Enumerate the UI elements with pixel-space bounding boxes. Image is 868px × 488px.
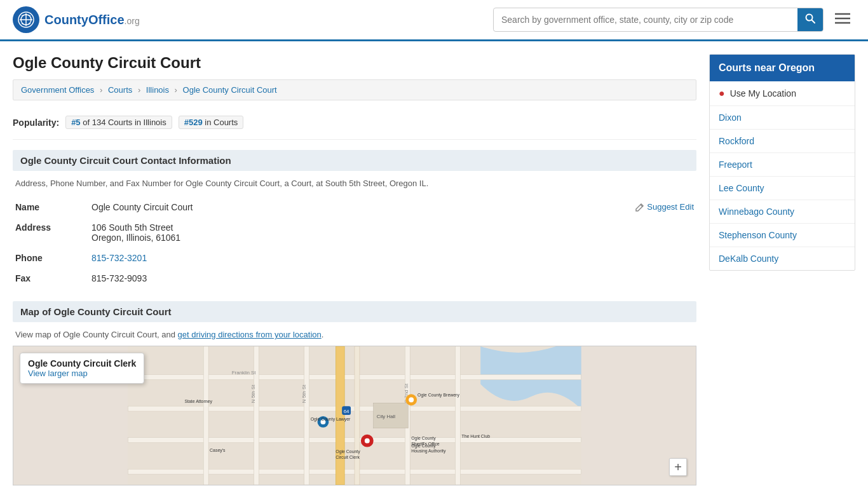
phone-label: Phone [13, 248, 89, 268]
popularity-rank1: #5 of 134 Courts in Illinois [65, 116, 172, 129]
phone-link[interactable]: 815-732-3201 [92, 253, 147, 263]
svg-rect-14 [203, 346, 208, 485]
table-row: Phone 815-732-3201 [13, 248, 696, 268]
search-bar [493, 8, 824, 32]
svg-text:Ogle County: Ogle County [411, 436, 436, 441]
suggest-edit-link[interactable]: Suggest Edit [635, 202, 694, 212]
list-item: Rockford [710, 130, 855, 153]
map-section-header: Map of Ogle County Circuit Court [13, 301, 696, 322]
page-title: Ogle County Circuit Court [13, 54, 696, 72]
svg-point-28 [365, 438, 370, 444]
contact-section-header: Ogle County Circuit Court Contact Inform… [13, 150, 696, 171]
svg-text:Sheriff's Office: Sheriff's Office [411, 442, 440, 446]
svg-text:State Attorney: State Attorney [184, 399, 212, 404]
map-container: N 5th St N 5th St S 2nd St Franklin St C… [13, 346, 696, 485]
sidebar-item-dekalb-county[interactable]: DeKalb County [710, 247, 855, 270]
search-button[interactable] [797, 8, 823, 31]
contact-info-table: Name Ogle County Circuit Court Suggest E… [13, 197, 696, 288]
table-row: Address 106 South 5th Street Oregon, Ill… [13, 217, 696, 248]
svg-line-5 [812, 20, 815, 24]
map-zoom-button[interactable]: + [669, 458, 687, 476]
hamburger-menu-button[interactable] [830, 9, 855, 30]
svg-rect-15 [254, 346, 259, 485]
map-tooltip: Ogle County Circuit Clerk View larger ma… [20, 353, 144, 384]
search-input[interactable] [494, 10, 797, 30]
sidebar-list: ● Use My Location Dixon Rockford [710, 81, 855, 270]
list-item: Stephenson County [710, 224, 855, 247]
breadcrumb-gov-offices[interactable]: Government Offices [21, 85, 94, 95]
fax-label: Fax [13, 268, 89, 288]
list-item: Freeport [710, 153, 855, 177]
map-description: View map of Ogle County Circuit Court, a… [13, 330, 696, 339]
logo-text: CountyOffice.org [44, 13, 140, 27]
list-item: Winnebago County [710, 200, 855, 224]
map-tooltip-title: Ogle County Circuit Clerk [28, 358, 136, 369]
logo-icon [13, 6, 39, 33]
popularity-label: Popularity: [13, 118, 59, 128]
breadcrumb: Government Offices › Courts › Illinois ›… [13, 79, 696, 100]
svg-point-32 [409, 397, 414, 402]
table-row: Fax 815-732-9093 [13, 268, 696, 288]
list-item: ● Use My Location [710, 81, 855, 106]
sidebar-title: Courts near Oregon [710, 55, 855, 81]
fax-value: 815-732-9093 [89, 268, 696, 288]
svg-rect-16 [304, 346, 309, 485]
svg-text:64: 64 [344, 409, 349, 414]
list-item: Lee County [710, 177, 855, 200]
svg-text:Casey's: Casey's [210, 448, 226, 453]
header-right [493, 8, 855, 32]
table-row: Name Ogle County Circuit Court Suggest E… [13, 197, 696, 217]
svg-rect-20 [336, 346, 344, 485]
svg-text:Ogle County: Ogle County [336, 449, 360, 454]
svg-rect-19 [456, 346, 461, 485]
svg-text:City Hall: City Hall [377, 414, 396, 419]
svg-text:Franklin St: Franklin St [232, 370, 257, 376]
contact-description: Address, Phone Number, and Fax Number fo… [13, 179, 696, 188]
svg-text:The Hunt Club: The Hunt Club [461, 434, 490, 438]
svg-text:Ogle County Brewery: Ogle County Brewery [417, 393, 459, 398]
view-larger-map-link[interactable]: View larger map [28, 369, 88, 378]
name-value: Ogle County Circuit Court Suggest Edit [89, 197, 696, 217]
main-wrapper: Ogle County Circuit Court Government Off… [0, 41, 868, 485]
svg-rect-17 [355, 346, 360, 485]
use-location-link[interactable]: ● Use My Location [710, 81, 855, 105]
popularity-rank2: #529 in Courts [179, 116, 244, 129]
directions-link[interactable]: get driving directions from your locatio… [178, 330, 322, 339]
location-pin-icon: ● [719, 88, 725, 99]
sidebar-box: Courts near Oregon ● Use My Location Dix… [709, 54, 855, 271]
svg-text:Ogle County Lawyer: Ogle County Lawyer [311, 417, 351, 422]
list-item: Dixon [710, 106, 855, 130]
popularity-bar: Popularity: #5 of 134 Courts in Illinois… [13, 111, 696, 140]
svg-text:Housing Authority: Housing Authority [411, 449, 446, 454]
sidebar-item-dixon[interactable]: Dixon [710, 106, 855, 129]
main-content: Ogle County Circuit Court Government Off… [13, 54, 696, 485]
sidebar-item-winnebago-county[interactable]: Winnebago County [710, 200, 855, 223]
address-value: 106 South 5th Street Oregon, Illinois, 6… [89, 217, 696, 248]
address-label: Address [13, 217, 89, 248]
svg-text:N 5th St: N 5th St [250, 384, 256, 403]
svg-text:Circuit Clerk: Circuit Clerk [336, 455, 360, 459]
breadcrumb-current[interactable]: Ogle County Circuit Court [183, 85, 277, 95]
sidebar: Courts near Oregon ● Use My Location Dix… [709, 54, 855, 485]
breadcrumb-illinois[interactable]: Illinois [146, 85, 169, 95]
sidebar-item-rockford[interactable]: Rockford [710, 130, 855, 152]
sidebar-item-lee-county[interactable]: Lee County [710, 177, 855, 200]
phone-value: 815-732-3201 [89, 248, 696, 268]
site-header: CountyOffice.org [0, 0, 868, 41]
list-item: DeKalb County [710, 247, 855, 270]
svg-text:N 5th St: N 5th St [301, 384, 307, 403]
sidebar-item-freeport[interactable]: Freeport [710, 153, 855, 176]
breadcrumb-courts[interactable]: Courts [108, 85, 132, 95]
logo-area: CountyOffice.org [13, 6, 140, 33]
name-label: Name [13, 197, 89, 217]
sidebar-item-stephenson-county[interactable]: Stephenson County [710, 224, 855, 247]
